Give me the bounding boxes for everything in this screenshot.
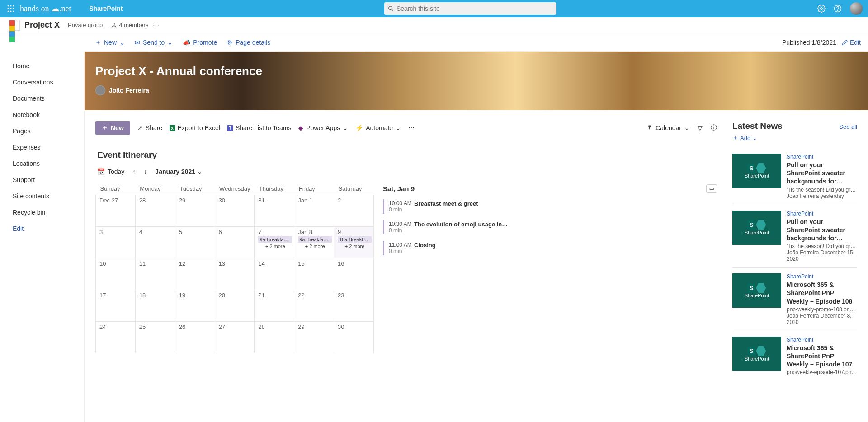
more-actions-button[interactable]: ⋯ (408, 124, 415, 131)
site-logo[interactable] (9, 20, 20, 31)
calendar-cell[interactable]: 20 (215, 290, 255, 322)
calendar-cell[interactable]: 29 (175, 195, 215, 227)
add-news-button[interactable]: ＋ Add ⌄ (732, 134, 857, 142)
calendar-cell[interactable]: 26 (175, 322, 215, 353)
search-box[interactable] (384, 2, 556, 15)
calendar-cell[interactable]: 19 (175, 290, 215, 322)
app-name: SharePoint (89, 5, 123, 12)
search-input[interactable] (396, 5, 552, 12)
calendar-cell-selected[interactable]: 9 10a Breakfas… + 2 more (334, 227, 374, 258)
calendar-cell[interactable]: 18 (135, 290, 175, 322)
news-item[interactable]: SSharePoint SharePoint Microsoft 365 & S… (732, 331, 857, 381)
calendar-cell[interactable]: 13 (215, 258, 255, 290)
filter-icon[interactable]: ▽ (698, 124, 703, 131)
more-events[interactable]: + 2 more (338, 244, 372, 249)
calendar-cell[interactable]: 29 (294, 322, 334, 353)
svg-line-10 (392, 9, 393, 11)
calendar-cell[interactable]: 25 (135, 322, 175, 353)
calendar-cell[interactable]: 15 (294, 258, 334, 290)
calendar-cell[interactable]: 14 (255, 258, 294, 290)
app-launcher-icon[interactable] (4, 5, 18, 12)
list-new-button[interactable]: ＋ New (95, 121, 130, 135)
calendar-cell[interactable]: 30 (334, 322, 374, 353)
agenda-item[interactable]: 10:00 AM0 min Breakfast meet & greet (383, 199, 717, 214)
event-pill[interactable]: 9a Breakfast… (258, 236, 292, 243)
more-events[interactable]: + 2 more (258, 244, 292, 249)
automate-button[interactable]: ⚡ Automate ⌄ (355, 124, 401, 131)
power-apps-button[interactable]: ◆ Power Apps ⌄ (298, 124, 348, 131)
news-item[interactable]: SSharePoint SharePoint Pull on your Shar… (732, 148, 857, 205)
calendar-cell[interactable]: 16 (334, 258, 374, 290)
new-button[interactable]: ＋ New ⌄ (95, 38, 125, 47)
promote-button[interactable]: 📣 Promote (183, 39, 217, 46)
info-icon[interactable]: ⓘ (711, 124, 717, 132)
edit-page-button[interactable]: Edit (842, 39, 861, 46)
calendar-cell[interactable]: Dec 27 (96, 195, 136, 227)
calendar-cell[interactable]: 31 (255, 195, 294, 227)
tenant-brand: hands on ☁.net (20, 4, 71, 14)
calendar-cell[interactable]: 3 (96, 227, 136, 258)
nav-site-contents[interactable]: Site contents (13, 188, 84, 204)
agenda-item[interactable]: 10:30 AM0 min The evolution of emoji usa… (383, 220, 717, 234)
calendar-cell[interactable]: 27 (215, 322, 255, 353)
nav-notebook[interactable]: Notebook (13, 107, 84, 123)
agenda-item[interactable]: 11:00 AM0 min Closing (383, 241, 717, 255)
calendar-cell[interactable]: 11 (135, 258, 175, 290)
calendar-cell[interactable]: 24 (96, 322, 136, 353)
user-avatar[interactable] (850, 2, 863, 15)
calendar-cell[interactable]: 4 (135, 227, 175, 258)
site-name[interactable]: Project X (24, 20, 60, 30)
page-details-button[interactable]: ⚙ Page details (227, 39, 270, 46)
nav-locations[interactable]: Locations (13, 155, 84, 172)
see-all-link[interactable]: See all (839, 123, 857, 130)
view-selector[interactable]: 🗓 Calendar ⌄ (646, 124, 689, 131)
calendar-cell[interactable]: Jan 1 (294, 195, 334, 227)
calendar-cell[interactable]: 2 (334, 195, 374, 227)
nav-expenses[interactable]: Expenses (13, 139, 84, 155)
calendar-cell[interactable]: 22 (294, 290, 334, 322)
automate-icon: ⚡ (355, 124, 363, 131)
nav-conversations[interactable]: Conversations (13, 74, 84, 90)
calendar-cell[interactable]: 30 (215, 195, 255, 227)
share-teams-button[interactable]: T Share List to Teams (227, 124, 292, 131)
calendar-cell[interactable]: 10 (96, 258, 136, 290)
event-pill[interactable]: 10a Breakfas… (338, 236, 372, 243)
nav-edit[interactable]: Edit (13, 220, 84, 237)
nav-support[interactable]: Support (13, 172, 84, 188)
page-title: Project X - Annual conference (95, 64, 868, 78)
nav-pages[interactable]: Pages (13, 123, 84, 139)
calendar-cell[interactable]: 7 9a Breakfast… + 2 more (255, 227, 294, 258)
nav-recycle-bin[interactable]: Recycle bin (13, 204, 84, 220)
calendar-cell[interactable]: 28 (135, 195, 175, 227)
share-button[interactable]: ↗ Share (137, 124, 162, 131)
help-icon[interactable] (834, 5, 842, 13)
site-more-icon[interactable]: ⋯ (153, 22, 159, 29)
nav-documents[interactable]: Documents (13, 90, 84, 107)
calendar-cell[interactable]: 5 (175, 227, 215, 258)
calendar-cell-today[interactable]: Jan 8 9a Breakfast… + 2 more (294, 227, 334, 258)
send-to-button[interactable]: ✉ Send to ⌄ (135, 39, 173, 46)
today-button[interactable]: 📅 Today (97, 168, 124, 175)
prev-month-button[interactable]: ↑ (132, 168, 136, 175)
news-item[interactable]: SSharePoint SharePoint Microsoft 365 & S… (732, 268, 857, 331)
suite-bar: hands on ☁.net SharePoint (0, 0, 868, 17)
calendar-today-icon: 📅 (97, 168, 105, 175)
nav-home[interactable]: Home (13, 58, 84, 74)
next-month-button[interactable]: ↓ (144, 168, 147, 175)
hero-banner: Project X - Annual conference João Ferre… (85, 52, 868, 110)
calendar-cell[interactable]: 21 (255, 290, 294, 322)
news-item[interactable]: SSharePoint SharePoint Pull on your Shar… (732, 205, 857, 268)
calendar-cell[interactable]: 6 (215, 227, 255, 258)
export-excel-button[interactable]: x Export to Excel (170, 124, 220, 131)
calendar-cell[interactable]: 23 (334, 290, 374, 322)
settings-icon[interactable] (817, 5, 826, 13)
members-link[interactable]: 4 members (111, 22, 148, 28)
calendar-cell[interactable]: 17 (96, 290, 136, 322)
collapse-icon[interactable]: ▭ (706, 184, 717, 193)
month-picker[interactable]: January 2021 ⌄ (155, 168, 203, 175)
calendar-cell[interactable]: 12 (175, 258, 215, 290)
more-events[interactable]: + 2 more (298, 244, 332, 249)
event-pill[interactable]: 9a Breakfast… (298, 236, 332, 243)
calendar-cell[interactable]: 28 (255, 322, 294, 353)
news-title: Latest News (732, 121, 783, 131)
